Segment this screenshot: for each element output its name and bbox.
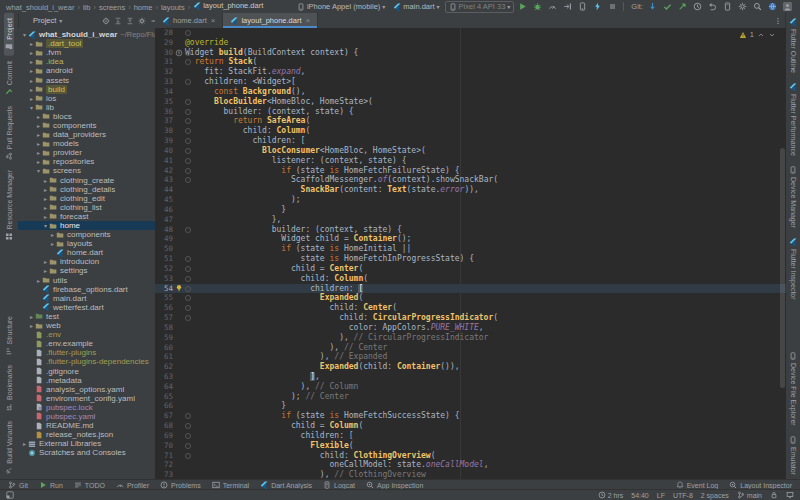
tool-button-device-file-explorer[interactable]: Device File Explorer	[788, 347, 798, 431]
code-line-70[interactable]: 70 Flexible(	[155, 441, 786, 451]
tree-item-assets[interactable]: ▸assets	[18, 75, 155, 84]
tree-item-blocs[interactable]: ▸blocs	[18, 112, 155, 121]
expand-arrow-icon[interactable]: ▸	[28, 95, 35, 102]
tool-window-toggle-icon[interactable]	[6, 491, 14, 499]
expand-arrow-icon[interactable]: ▸	[42, 213, 49, 220]
debug-button[interactable]	[531, 1, 544, 12]
expand-arrow-icon[interactable]: ▸	[35, 158, 42, 165]
code-line-57[interactable]: 57 child: CircularProgressIndicator(	[155, 313, 786, 323]
select-opened-file-button[interactable]	[101, 16, 111, 26]
code-line-66[interactable]: 66 }	[155, 401, 786, 411]
code-line-37[interactable]: 37 return SafeArea(	[155, 116, 786, 126]
tab-layout-phone-dart[interactable]: layout_phone.dart×	[223, 13, 318, 28]
avd-selector[interactable]: Pixel 4 API 33▾	[445, 1, 515, 13]
code-line-53[interactable]: 53 child: Column(	[155, 274, 786, 284]
fold-marker-icon[interactable]	[185, 256, 191, 262]
status-item-2-spaces[interactable]: 2 spaces	[701, 492, 729, 499]
breadcrumb-item-home[interactable]: home	[134, 3, 153, 12]
expand-arrow-icon[interactable]: ▸	[21, 440, 28, 447]
tree-item-test[interactable]: ▸test	[18, 312, 155, 321]
expand-arrow-icon[interactable]: ▸	[35, 140, 42, 147]
code-line-36[interactable]: 36 builder: (context, state) {	[155, 107, 786, 117]
code-line-51[interactable]: 51 state is HomeFetchInProgressState) {	[155, 254, 786, 264]
code-line-52[interactable]: 52 child = Center(	[155, 264, 786, 274]
hot-button[interactable]	[591, 1, 604, 12]
tree-item-environment-config-yaml[interactable]: environment_config.yaml	[18, 394, 155, 403]
tree-item-clothing-create[interactable]: ▸clothing_create	[18, 176, 155, 185]
fold-marker-icon[interactable]	[185, 315, 191, 321]
expand-arrow-icon[interactable]: ▸	[35, 131, 42, 138]
code-line-59[interactable]: 59 ), // CircularProgressIndicator	[155, 333, 786, 343]
code-line-32[interactable]: 32 fit: StackFit.expand,	[155, 67, 786, 77]
expand-arrow-icon[interactable]: ▸	[28, 322, 35, 329]
code-line-71[interactable]: 71 child: ClothingOverview(	[155, 451, 786, 461]
expand-arrow-icon[interactable]: ▸	[42, 204, 49, 211]
expand-arrow-icon[interactable]: ▸	[28, 67, 35, 74]
expand-arrow-icon[interactable]: ▸	[49, 240, 56, 247]
tool-button-bookmarks[interactable]: Bookmarks	[4, 360, 14, 416]
tool-window-button-problems[interactable]: Problems	[160, 481, 201, 489]
tree-item-settings[interactable]: ▸settings	[18, 266, 155, 275]
collapse-arrow-icon[interactable]: ▾	[35, 167, 42, 174]
tree-item-external-libraries[interactable]: ▸External Libraries	[18, 439, 155, 448]
collapse-arrow-icon[interactable]: ▾	[42, 222, 49, 229]
tree-item-screens[interactable]: ▾screens	[18, 166, 155, 175]
tree-item-pubspec-lock[interactable]: pubspec.lock	[18, 403, 155, 412]
tree-item-clothing-details[interactable]: ▸clothing_details	[18, 185, 155, 194]
tree-item-home-dart[interactable]: home.dart	[18, 248, 155, 257]
search-button[interactable]	[751, 1, 764, 12]
code-line-50[interactable]: 50 if (state is HomeInitial ||	[155, 244, 786, 254]
expand-arrow-icon[interactable]: ▸	[28, 58, 35, 65]
code-line-35[interactable]: 35 BlocBuilder<HomeBloc, HomeState>(	[155, 97, 786, 107]
fold-marker-icon[interactable]	[185, 168, 191, 174]
tool-button-project[interactable]: Project	[4, 13, 14, 56]
tree-item-scratches-and-consoles[interactable]: Scratches and Consoles	[18, 448, 155, 457]
tree-item-pubspec-yaml[interactable]: pubspec.yaml	[18, 412, 155, 421]
code-editor[interactable]: 2829@override30Widget build(BuildContext…	[155, 28, 786, 480]
tool-window-button-dart-analysis[interactable]: Dart Analysis	[260, 481, 312, 489]
tree-item-env-example[interactable]: .env.example	[18, 339, 155, 348]
code-line-65[interactable]: 65 ); // Center	[155, 392, 786, 402]
tree-item-lib[interactable]: ▾lib	[18, 103, 155, 112]
tool-window-button-event-log[interactable]: Event Log	[676, 481, 719, 489]
code-line-69[interactable]: 69 children: [	[155, 431, 786, 441]
tree-item-main-dart[interactable]: main.dart	[18, 294, 155, 303]
status-item-screen-indicator[interactable]	[786, 491, 794, 499]
fold-marker-icon[interactable]	[185, 453, 191, 459]
fold-marker-icon[interactable]	[185, 433, 191, 439]
profiler-button[interactable]	[546, 1, 559, 12]
tree-item-what-should-i-wear[interactable]: ▾what_should_i_wear~/Repo/Flutter/what_…	[18, 30, 155, 39]
tool-button-flutter-outline[interactable]: Flutter Outline	[788, 13, 798, 78]
tree-item-clothing-list[interactable]: ▸clothing_list	[18, 203, 155, 212]
editor-scrollbar[interactable]	[780, 148, 785, 388]
tool-window-button-app-inspection[interactable]: App Inspection	[366, 481, 423, 489]
breadcrumb-item-layout-phone-dart[interactable]: layout_phone.dart	[193, 1, 263, 10]
tree-item-ios[interactable]: ▸ios	[18, 94, 155, 103]
update-button[interactable]	[646, 1, 659, 12]
push-button[interactable]	[676, 1, 689, 12]
run-config-selector[interactable]: main.dart▾	[390, 2, 442, 11]
expand-arrow-icon[interactable]: ▸	[42, 267, 49, 274]
fold-marker-icon[interactable]	[185, 276, 191, 282]
code-line-41[interactable]: 41 listener: (context, state) {	[155, 156, 786, 166]
code-line-38[interactable]: 38 child: Column(	[155, 126, 786, 136]
fold-marker-icon[interactable]	[185, 266, 191, 272]
tool-window-button-todo[interactable]: TODO	[74, 481, 105, 489]
run-button[interactable]	[516, 1, 529, 12]
code-line-56[interactable]: 56 child: Center(	[155, 303, 786, 313]
tool-button-build-variants[interactable]: Build Variants	[4, 416, 14, 480]
fold-marker-icon[interactable]	[185, 148, 191, 154]
expand-arrow-icon[interactable]: ▸	[42, 177, 49, 184]
expand-arrow-icon[interactable]: ▸	[42, 258, 49, 265]
tool-window-button-profiler[interactable]: Profiler	[116, 481, 149, 489]
code-line-47[interactable]: 47 },	[155, 215, 786, 225]
expand-arrow-icon[interactable]: ▸	[35, 113, 42, 120]
code-line-39[interactable]: 39 children: [	[155, 136, 786, 146]
close-icon[interactable]: ×	[211, 16, 216, 25]
tool-button-resource-manager[interactable]: Resource Manager	[4, 165, 14, 246]
tree-item-readme-md[interactable]: README.md	[18, 421, 155, 430]
status-item-main[interactable]: main	[737, 491, 762, 499]
code-line-46[interactable]: 46 }	[155, 205, 786, 215]
tree-item-firebase-options-dart[interactable]: firebase_options.dart	[18, 285, 155, 294]
code-line-28[interactable]: 28	[155, 28, 786, 38]
